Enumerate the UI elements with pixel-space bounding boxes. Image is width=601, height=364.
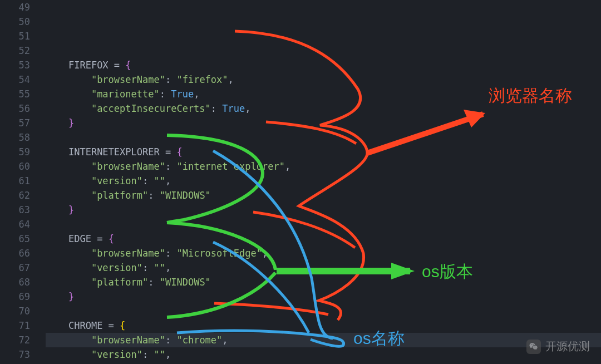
line-number: 64 (0, 217, 30, 232)
code-line (46, 43, 601, 58)
dict-entry: "platform": "WINDOWS" (46, 275, 601, 289)
dict-close: } (46, 116, 601, 130)
dict-entry: "browserName": "firefox", (46, 72, 601, 87)
dict-entry: "version": "", (46, 347, 601, 362)
line-number: 58 (0, 130, 30, 145)
code-area[interactable]: FIREFOX = { "browserName": "firefox", "m… (46, 0, 601, 364)
dict-open-internetexplorer: INTERNETEXPLORER = { (46, 145, 601, 159)
line-number: 52 (0, 43, 30, 58)
dict-entry: "browserName": "chrome", (46, 333, 601, 347)
line-number: 50 (0, 14, 30, 29)
line-number: 66 (0, 246, 30, 260)
line-number: 71 (0, 318, 30, 333)
dict-close: } (46, 203, 601, 217)
line-number: 72 (0, 333, 30, 347)
line-number: 70 (0, 304, 30, 318)
dict-entry: "browserName": "MicrosoftEdge", (46, 246, 601, 260)
line-number: 69 (0, 289, 30, 304)
dict-entry: "platform": "WINDOWS" (46, 188, 601, 203)
code-line (46, 304, 601, 318)
line-number: 56 (0, 101, 30, 116)
watermark-text: 开源优测 (545, 339, 590, 354)
code-editor[interactable]: 4950515253545556575859606162636465666768… (0, 0, 601, 364)
watermark: 开源优测 (526, 339, 590, 354)
line-number: 55 (0, 87, 30, 101)
dict-open-firefox: FIREFOX = { (46, 58, 601, 72)
dict-open-chrome: CHROME = { (46, 318, 601, 333)
line-number: 68 (0, 275, 30, 289)
dict-entry: "version": "", (46, 174, 601, 188)
line-number: 51 (0, 29, 30, 43)
dict-entry: "browserName": "internet explorer", (46, 159, 601, 174)
dict-entry: "platform": "ANY", (46, 362, 601, 364)
line-number: 59 (0, 145, 30, 159)
dict-entry: "version": "", (46, 260, 601, 275)
line-number: 49 (0, 0, 30, 14)
code-line (46, 217, 601, 232)
line-number: 73 (0, 347, 30, 362)
dict-open-edge: EDGE = { (46, 232, 601, 246)
dict-entry: "acceptInsecureCerts": True, (46, 101, 601, 116)
line-number: 62 (0, 188, 30, 203)
line-number: 60 (0, 159, 30, 174)
line-number: 67 (0, 260, 30, 275)
line-number: 61 (0, 174, 30, 188)
line-number: 57 (0, 116, 30, 130)
line-number: 54 (0, 72, 30, 87)
wechat-icon (526, 340, 541, 354)
line-number: 63 (0, 203, 30, 217)
line-number: 65 (0, 232, 30, 246)
line-number-gutter: 4950515253545556575859606162636465666768… (0, 0, 46, 364)
dict-close: } (46, 289, 601, 304)
code-line (46, 130, 601, 145)
line-number: 53 (0, 58, 30, 72)
dict-entry: "marionette": True, (46, 87, 601, 101)
